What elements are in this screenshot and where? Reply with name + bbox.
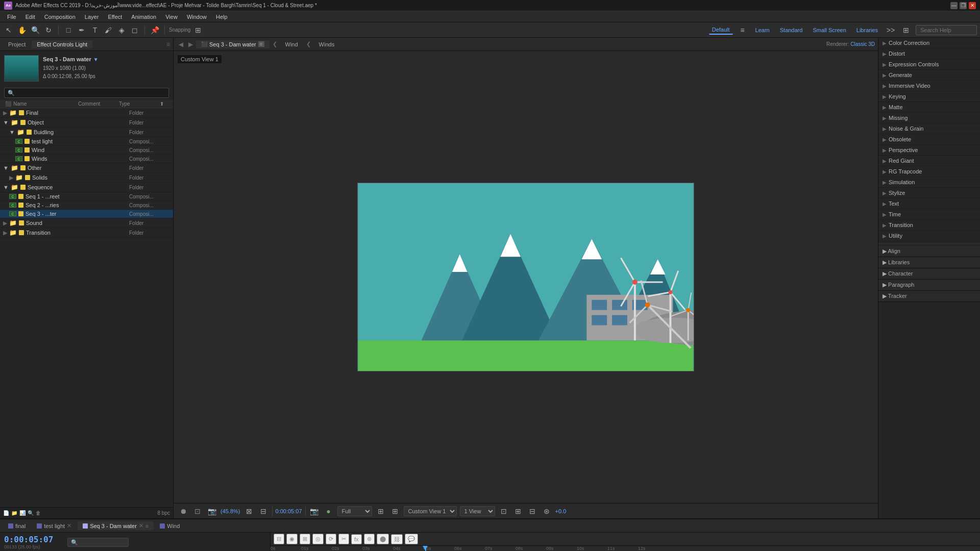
tool-pin[interactable]: 📌: [149, 24, 160, 36]
menu-edit[interactable]: Edit: [21, 13, 39, 21]
tl-ctrl-btn11[interactable]: 💬: [405, 534, 418, 544]
effect-generate[interactable]: ▶ Generate: [878, 70, 980, 81]
tool-eraser[interactable]: ◻: [129, 24, 140, 36]
tl-ctrl-btn3[interactable]: ⊞: [300, 534, 310, 544]
effect-utility[interactable]: ▶ Utility: [878, 231, 980, 241]
effect-time[interactable]: ▶ Time: [878, 209, 980, 220]
tab-close-icon[interactable]: ✕: [67, 522, 71, 529]
tool-stamp[interactable]: ◈: [116, 24, 127, 36]
vc-quality[interactable]: ⊟: [258, 506, 269, 517]
list-item[interactable]: C Seq 3 - ...ter Composi...: [0, 210, 173, 218]
tab-effect-controls[interactable]: Effect Controls Light: [32, 40, 92, 48]
tool-rect[interactable]: □: [63, 24, 74, 36]
workspace-learn[interactable]: Learn: [752, 26, 773, 34]
vc-comp-btn[interactable]: ⊞: [389, 506, 401, 517]
effect-stylize[interactable]: ▶ Stylize: [878, 188, 980, 198]
delete-btn[interactable]: 🗑: [36, 510, 41, 516]
effect-transition[interactable]: ▶ Transition: [878, 220, 980, 231]
vc-preview[interactable]: ⊡: [192, 506, 203, 517]
search-help-input[interactable]: [916, 25, 977, 35]
tracker-expand[interactable]: ▶ Tracker: [883, 293, 907, 299]
timeline-ruler[interactable]: 0s 01s 02s 03s 04s 05s 06s 07s 08s 09s 1…: [271, 546, 980, 551]
list-item[interactable]: C Seq 1 - ...reet Composi...: [0, 192, 173, 201]
effect-color-correction[interactable]: ▶ Color Correction: [878, 38, 980, 48]
tl-tab-test-light[interactable]: test light ✕: [32, 521, 77, 530]
viewer-breadcrumb-winds[interactable]: Winds: [314, 40, 340, 48]
vc-view-select[interactable]: Custom View 1Active CameraFront: [404, 506, 457, 516]
tl-ctrl-btn2[interactable]: ◉: [286, 534, 298, 544]
new-item-btn[interactable]: 📄: [3, 510, 9, 516]
vc-camera[interactable]: 📷: [206, 506, 217, 517]
effect-obsolete[interactable]: ▶ Obsolete: [878, 134, 980, 145]
menu-animation[interactable]: Animation: [127, 13, 160, 21]
effect-matte[interactable]: ▶ Matte: [878, 102, 980, 113]
effect-text[interactable]: ▶ Text: [878, 198, 980, 209]
libraries-expand[interactable]: ▶ Libraries: [883, 259, 910, 266]
timeline-timecode[interactable]: 0:00:05:07: [4, 535, 53, 544]
project-search-input[interactable]: [4, 88, 169, 98]
vc-record[interactable]: ⏺: [178, 506, 189, 517]
workspace-small[interactable]: Small Screen: [810, 26, 849, 34]
menu-layer[interactable]: Layer: [81, 13, 103, 21]
menu-help[interactable]: Help: [212, 13, 232, 21]
effect-expression-controls[interactable]: ▶ Expression Controls: [878, 59, 980, 70]
vc-color[interactable]: ●: [323, 506, 334, 517]
viewer-tab-comp[interactable]: ⬛ Seq 3 - Dam water ≡: [196, 40, 270, 48]
list-item[interactable]: ▼ 📁 Other Folder: [0, 163, 173, 173]
tool-hand[interactable]: ✋: [16, 24, 28, 36]
vc-resolution-select[interactable]: FullHalfQuarter: [337, 506, 372, 516]
menu-file[interactable]: File: [3, 13, 20, 21]
menu-window[interactable]: Window: [183, 13, 211, 21]
vc-zoom[interactable]: (45.8%): [220, 508, 240, 514]
list-item[interactable]: C Winds Composi...: [0, 155, 173, 163]
find-btn[interactable]: 🔍: [28, 510, 34, 516]
list-item[interactable]: ▼ 📁 Buidling Folder: [0, 128, 173, 137]
tl-tab-final[interactable]: final: [3, 522, 31, 530]
tl-ctrl-btn1[interactable]: ⊟: [274, 534, 284, 544]
effect-keying[interactable]: ▶ Keying: [878, 91, 980, 102]
list-item[interactable]: ▶ 📁 Transition Folder: [0, 228, 173, 238]
toolbar-icon1[interactable]: ⊞: [900, 24, 912, 36]
vc-res-btn[interactable]: ⊞: [375, 506, 386, 517]
tl-tab-seq3[interactable]: Seq 3 - Dam water ✕ ≡: [78, 521, 154, 530]
tl-ctrl-btn6[interactable]: ✂: [338, 534, 349, 544]
timeline-search-input[interactable]: [67, 538, 129, 547]
tl-ctrl-btn5[interactable]: ⟳: [326, 534, 336, 544]
maximize-button[interactable]: ❐: [960, 2, 967, 9]
menu-effect[interactable]: Effect: [104, 13, 126, 21]
tab-close-icon[interactable]: ✕: [139, 522, 143, 529]
list-item[interactable]: ▶ 📁 Solids Folder: [0, 173, 173, 183]
menu-composition[interactable]: Composition: [40, 13, 80, 21]
effect-simulation[interactable]: ▶ Simulation: [878, 177, 980, 188]
tab-menu-icon[interactable]: ≡: [145, 523, 149, 529]
character-expand[interactable]: ▶ Character: [883, 270, 913, 277]
vc-overlay-btn[interactable]: ⊛: [541, 506, 552, 517]
effect-perspective[interactable]: ▶ Perspective: [878, 145, 980, 156]
effect-immersive-video[interactable]: ▶ Immersive Video: [878, 81, 980, 91]
tl-ctrl-btn8[interactable]: ⊛: [364, 534, 375, 544]
list-item[interactable]: ▶ 📁 Sound Folder: [0, 218, 173, 228]
effect-noise-grain[interactable]: ▶ Noise & Grain: [878, 123, 980, 134]
tool-rotate[interactable]: ↻: [43, 24, 54, 36]
tool-zoom[interactable]: 🔍: [30, 24, 41, 36]
viewer-nav-forward[interactable]: ▶: [186, 41, 195, 48]
tool-text[interactable]: T: [89, 24, 101, 36]
new-folder-btn[interactable]: 📁: [11, 510, 17, 516]
tool-snap[interactable]: ⊞: [192, 24, 204, 36]
new-comp-btn[interactable]: 📊: [19, 510, 26, 516]
vc-3d-btn[interactable]: ⊡: [498, 506, 509, 517]
list-item[interactable]: C Wind Composi...: [0, 146, 173, 155]
effect-rg-trapcode[interactable]: ▶ RG Trapcode: [878, 166, 980, 177]
tl-ctrl-btn7[interactable]: fx: [351, 534, 362, 544]
tool-pen[interactable]: ✒: [76, 24, 87, 36]
tool-select[interactable]: ↖: [3, 24, 14, 36]
workspace-standard[interactable]: Standard: [777, 26, 806, 34]
tl-ctrl-btn9[interactable]: ⬤: [377, 534, 389, 544]
panel-menu[interactable]: ≡: [166, 41, 170, 48]
tl-tab-wind[interactable]: Wind: [155, 522, 185, 530]
tl-ctrl-btn4[interactable]: ◎: [312, 534, 324, 544]
viewer-nav-back[interactable]: ◀: [177, 41, 185, 48]
effect-missing[interactable]: ▶ Missing: [878, 113, 980, 123]
workspace-menu[interactable]: ≡: [737, 24, 748, 36]
header-sort[interactable]: ⬆: [160, 101, 170, 107]
